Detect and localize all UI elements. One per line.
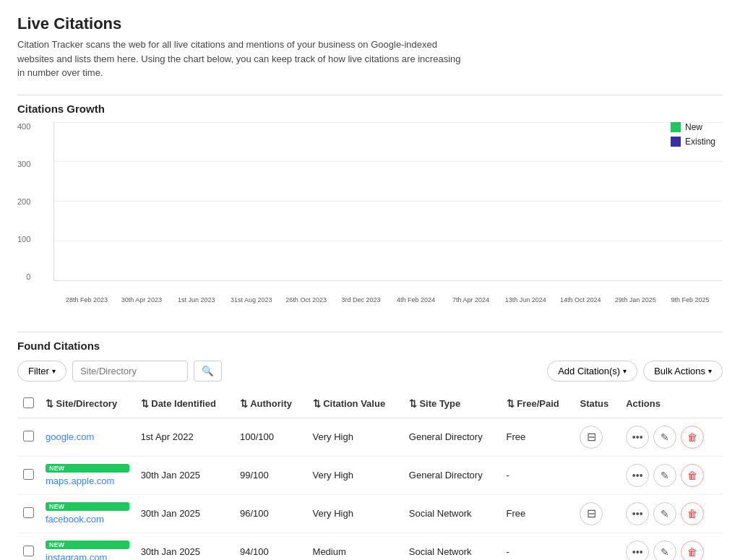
action-buttons: ••• ✎ 🗑	[626, 464, 717, 487]
type-cell: General Directory	[403, 418, 501, 456]
date-cell: 30th Jan 2025	[135, 456, 234, 494]
bulk-chevron-icon: ▾	[708, 367, 712, 375]
site-link[interactable]: instagram.com	[46, 552, 129, 560]
more-options-button[interactable]: •••	[626, 540, 649, 561]
bulk-actions-button[interactable]: Bulk Actions ▾	[643, 361, 723, 382]
add-citation-button[interactable]: Add Citation(s) ▾	[547, 361, 637, 382]
delete-button[interactable]: 🗑	[681, 502, 704, 525]
value-cell: Very High	[307, 418, 403, 456]
delete-button[interactable]: 🗑	[681, 464, 704, 487]
bar-label: 1st Jun 2023	[168, 296, 225, 303]
paid-cell: -	[501, 456, 575, 494]
chart-section: Citations Growth 400 300 200 100 0 28th …	[17, 95, 723, 310]
legend-new-label: New	[685, 122, 702, 132]
filter-chevron-icon: ▾	[52, 367, 56, 375]
more-options-button[interactable]: •••	[626, 426, 649, 449]
delete-button[interactable]: 🗑	[681, 540, 704, 561]
col-actions: Actions	[620, 390, 723, 418]
y-label-0: 0	[26, 272, 30, 281]
chart-area: 28th Feb 202330th Apr 20231st Jun 202331…	[53, 122, 723, 281]
chart-title: Citations Growth	[17, 95, 723, 115]
authority-cell: 94/100	[234, 533, 307, 560]
filter-label: Filter	[28, 366, 49, 376]
table-row: NEWinstagram.com30th Jan 202594/100Mediu…	[17, 533, 723, 560]
bar-label: 30th Apr 2023	[113, 296, 171, 303]
type-cell: General Directory	[403, 456, 501, 494]
edit-button[interactable]: ✎	[653, 426, 676, 449]
y-label-400: 400	[17, 122, 30, 131]
row-checkbox-2[interactable]	[23, 469, 34, 480]
page-title: Live Citations	[17, 14, 723, 33]
row-checkbox-4[interactable]	[23, 546, 34, 556]
authority-cell: 99/100	[234, 456, 307, 494]
chart-legend: New Existing	[671, 122, 715, 147]
citations-tbody: google.com1st Apr 2022100/100Very HighGe…	[17, 418, 723, 560]
search-icon: 🔍	[202, 366, 214, 376]
new-badge: NEW	[46, 502, 129, 511]
paid-cell: Free	[501, 494, 575, 533]
action-buttons: ••• ✎ 🗑	[626, 540, 717, 561]
edit-button[interactable]: ✎	[653, 464, 676, 487]
search-input[interactable]	[72, 361, 188, 382]
bar-label: 31st Aug 2023	[223, 296, 280, 303]
site-link[interactable]: facebook.com	[46, 514, 129, 525]
authority-cell: 100/100	[234, 418, 307, 456]
col-authority[interactable]: ⇅ Authority	[234, 390, 307, 418]
filter-button[interactable]: Filter ▾	[17, 361, 66, 382]
authority-cell: 96/100	[234, 494, 307, 533]
select-all-checkbox[interactable]	[23, 397, 34, 408]
table-row: NEWfacebook.com30th Jan 202596/100Very H…	[17, 494, 723, 533]
y-label-300: 300	[17, 160, 30, 168]
bar-label: 7th Apr 2024	[442, 296, 499, 303]
bar-label: 9th Feb 2025	[661, 296, 719, 303]
paid-cell: -	[501, 533, 575, 560]
table-row: NEWmaps.apple.com30th Jan 202599/100Very…	[17, 456, 723, 494]
date-cell: 30th Jan 2025	[135, 533, 234, 560]
bars-wrapper: 28th Feb 202330th Apr 20231st Jun 202331…	[54, 122, 723, 280]
site-link[interactable]: maps.apple.com	[46, 475, 129, 486]
status-icon[interactable]: ⊟	[580, 426, 603, 449]
bulk-actions-label: Bulk Actions	[654, 366, 705, 376]
date-cell: 30th Jan 2025	[135, 494, 234, 533]
row-checkbox-3[interactable]	[23, 507, 34, 518]
col-type[interactable]: ⇅ Site Type	[403, 390, 501, 418]
date-cell: 1st Apr 2022	[135, 418, 234, 456]
bar-chart: 400 300 200 100 0 28th Feb 202330th Apr …	[17, 122, 723, 310]
legend-new: New	[671, 122, 715, 132]
bar-label: 4th Feb 2024	[387, 296, 444, 303]
table-header: ⇅ Site/Directory ⇅ Date Identified ⇅ Aut…	[17, 390, 723, 418]
delete-button[interactable]: 🗑	[681, 426, 704, 449]
col-date[interactable]: ⇅ Date Identified	[135, 390, 234, 418]
page-subtitle: Citation Tracker scans the web for all l…	[17, 38, 465, 80]
legend-new-color	[671, 122, 681, 132]
table-row: google.com1st Apr 2022100/100Very HighGe…	[17, 418, 723, 456]
more-options-button[interactable]: •••	[626, 464, 649, 487]
value-cell: Very High	[307, 494, 403, 533]
bar-label: 29th Jan 2025	[606, 296, 664, 303]
edit-button[interactable]: ✎	[653, 502, 676, 525]
col-paid[interactable]: ⇅ Free/Paid	[501, 390, 575, 418]
value-cell: Very High	[307, 456, 403, 494]
bar-label: 13th Jun 2024	[496, 296, 554, 303]
y-label-100: 100	[17, 235, 30, 244]
add-citation-label: Add Citation(s)	[558, 366, 620, 376]
row-checkbox-1[interactable]	[23, 431, 34, 441]
col-value[interactable]: ⇅ Citation Value	[307, 390, 403, 418]
action-buttons: ••• ✎ 🗑	[626, 502, 717, 525]
edit-button[interactable]: ✎	[653, 540, 676, 561]
col-status: Status	[574, 390, 620, 418]
new-badge: NEW	[46, 540, 129, 549]
bar-label: 28th Feb 2023	[58, 296, 116, 303]
citations-toolbar: Filter ▾ 🔍 Add Citation(s) ▾ Bulk Action…	[17, 361, 723, 382]
bar-label: 3rd Dec 2023	[332, 296, 390, 303]
citations-table: ⇅ Site/Directory ⇅ Date Identified ⇅ Aut…	[17, 390, 723, 561]
more-options-button[interactable]: •••	[626, 502, 649, 525]
status-icon[interactable]: ⊟	[580, 502, 603, 525]
search-button[interactable]: 🔍	[194, 361, 222, 382]
site-link[interactable]: google.com	[46, 431, 129, 442]
legend-existing-label: Existing	[685, 137, 715, 147]
bar-label: 26th Oct 2023	[278, 296, 335, 303]
legend-existing: Existing	[671, 137, 715, 147]
action-buttons: ••• ✎ 🗑	[626, 426, 717, 449]
col-site[interactable]: ⇅ Site/Directory	[40, 390, 135, 418]
